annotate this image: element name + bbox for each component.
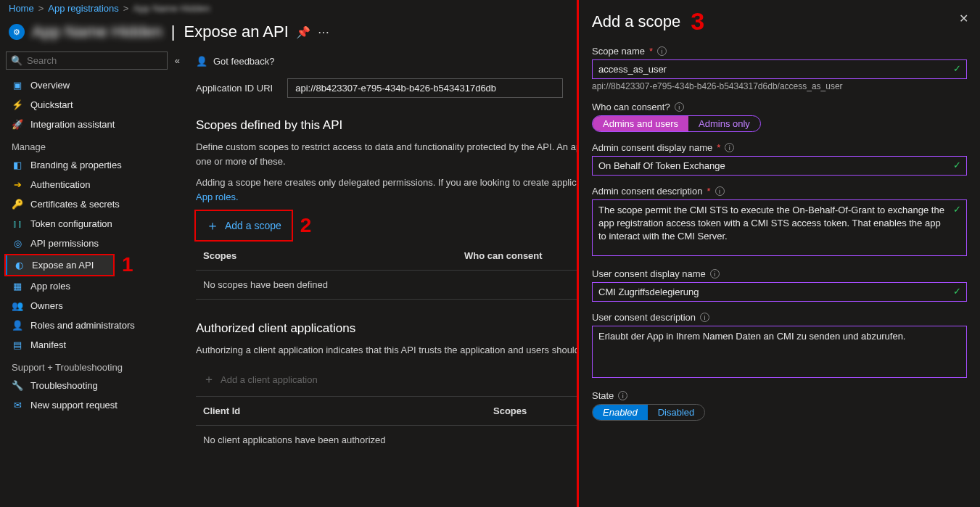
nav-label: Owners <box>30 300 63 311</box>
search-box[interactable]: 🔍 <box>6 51 168 70</box>
search-input[interactable] <box>27 55 162 66</box>
state-enabled[interactable]: Enabled <box>593 405 648 420</box>
user-dn-input[interactable] <box>592 282 967 302</box>
info-icon[interactable]: i <box>618 391 627 400</box>
panel-title: Add a scope <box>592 12 680 31</box>
plus-icon: ＋ <box>203 372 215 387</box>
breadcrumb-current: App Name Hidden <box>133 3 210 14</box>
nav-integration[interactable]: 🚀Integration assistant <box>6 115 183 134</box>
nav-quickstart[interactable]: ⚡Quickstart <box>6 95 183 115</box>
admin-desc-input[interactable] <box>592 199 967 256</box>
feedback-link[interactable]: Got feedback? <box>213 56 275 67</box>
info-icon[interactable]: i <box>700 313 709 322</box>
nav-label: Troubleshooting <box>30 380 98 391</box>
info-icon[interactable]: i <box>725 143 734 152</box>
nav-manifest[interactable]: ▤Manifest <box>6 335 183 355</box>
nav-overview[interactable]: ▣Overview <box>6 75 183 95</box>
scope-name-input[interactable] <box>592 59 967 79</box>
roles-icon: 👤 <box>12 320 23 331</box>
who-admins-users[interactable]: Admins and users <box>593 116 688 131</box>
user-desc-input[interactable] <box>592 326 967 378</box>
nav-approles[interactable]: ▦App roles <box>6 276 183 296</box>
wrench-icon: 🔧 <box>12 380 23 391</box>
col-clientid: Client Id <box>203 405 493 416</box>
nav-apiperm[interactable]: ◎API permissions <box>6 234 183 253</box>
nav-label: Branding & properties <box>30 160 122 170</box>
nav-expose-api[interactable]: ◐Expose an API <box>6 255 113 275</box>
col-scopes: Scopes <box>203 250 464 261</box>
scope-uri-hint: api://8b423307-e795-434b-b426-b5434317d6… <box>592 81 967 91</box>
add-scope-panel: Add a scope 3 ✕ Scope name*i ✓ api://8b4… <box>577 0 980 507</box>
header-divider: | <box>171 22 176 41</box>
nav-section-manage: Manage <box>6 134 183 155</box>
token-icon: ⫿⫿ <box>12 218 23 229</box>
approles-icon: ▦ <box>12 281 23 292</box>
auth-icon: ➔ <box>12 179 23 190</box>
nav-newreq[interactable]: ✉New support request <box>6 395 183 415</box>
nav-label: Overview <box>30 80 70 91</box>
support-icon: ✉ <box>12 400 23 411</box>
state-disabled[interactable]: Disabled <box>648 405 705 420</box>
annotation-2: 2 <box>300 214 312 237</box>
nav-label: Token configuration <box>30 218 112 229</box>
nav-label: App roles <box>30 281 70 292</box>
collapse-sidebar-icon[interactable]: « <box>172 54 183 67</box>
breadcrumb-appreg[interactable]: App registrations <box>48 3 119 14</box>
user-dn-label: User consent display name <box>592 268 706 279</box>
plus-icon: ＋ <box>206 217 219 234</box>
key-icon: 🔑 <box>12 199 23 210</box>
admin-desc-label: Admin consent description <box>592 186 702 197</box>
add-scope-label: Add a scope <box>225 220 281 231</box>
info-icon[interactable]: i <box>657 46 667 56</box>
more-icon[interactable]: ⋯ <box>318 25 329 39</box>
branding-icon: ◧ <box>12 160 23 170</box>
feedback-icon: 👤 <box>196 56 207 67</box>
add-client-label: Add a client application <box>221 374 318 385</box>
nav-label: Manifest <box>30 339 66 350</box>
admin-dn-label: Admin consent display name <box>592 142 712 153</box>
nav-tokencfg[interactable]: ⫿⫿Token configuration <box>6 214 183 234</box>
nav-certs[interactable]: 🔑Certificates & secrets <box>6 194 183 214</box>
page-title: Expose an API <box>184 22 289 41</box>
info-icon[interactable]: i <box>710 269 720 279</box>
who-admins-only[interactable]: Admins only <box>688 116 760 131</box>
breadcrumb-sep: > <box>38 3 44 14</box>
nav-label: Quickstart <box>30 99 73 110</box>
nav-branding[interactable]: ◧Branding & properties <box>6 155 183 175</box>
app-icon: ⚙ <box>9 24 25 40</box>
user-desc-label: User consent description <box>592 312 696 323</box>
nav-owners[interactable]: 👥Owners <box>6 296 183 316</box>
nav-label: Expose an API <box>32 260 94 271</box>
add-scope-button[interactable]: ＋ Add a scope <box>196 211 292 240</box>
breadcrumb-sep: > <box>123 3 129 14</box>
search-icon: 🔍 <box>11 55 22 66</box>
state-label: State <box>592 390 614 401</box>
app-name: App Name Hidden <box>32 22 162 41</box>
nav-trouble[interactable]: 🔧Troubleshooting <box>6 376 183 395</box>
appid-uri-label: Application ID URI <box>196 83 273 94</box>
overview-icon: ▣ <box>12 80 23 91</box>
info-icon[interactable]: i <box>715 186 725 196</box>
scope-name-label: Scope name <box>592 46 645 57</box>
state-toggle[interactable]: Enabled Disabled <box>592 404 705 421</box>
admin-dn-input[interactable] <box>592 156 967 176</box>
owners-icon: 👥 <box>12 300 23 311</box>
breadcrumb-home[interactable]: Home <box>9 3 34 14</box>
nav-label: Roles and administrators <box>30 320 135 331</box>
nav-rolesadmin[interactable]: 👤Roles and administrators <box>6 316 183 335</box>
sidebar: 🔍 « ▣Overview ⚡Quickstart 🚀Integration a… <box>0 51 189 507</box>
info-icon[interactable]: i <box>675 102 684 112</box>
quickstart-icon: ⚡ <box>12 99 23 110</box>
manifest-icon: ▤ <box>12 339 23 350</box>
appid-uri-value[interactable]: api://8b423307-e795-434b-b426-b5434317d6… <box>287 78 563 98</box>
rocket-icon: 🚀 <box>12 119 23 130</box>
close-icon[interactable]: ✕ <box>959 12 968 25</box>
nav-auth[interactable]: ➔Authentication <box>6 175 183 194</box>
nav-label: Certificates & secrets <box>30 199 120 210</box>
nav-label: Authentication <box>30 179 90 190</box>
who-consent-toggle[interactable]: Admins and users Admins only <box>592 115 761 132</box>
expose-icon: ◐ <box>13 260 25 271</box>
pin-icon[interactable]: 📌 <box>296 25 310 39</box>
nav-label: API permissions <box>30 238 99 249</box>
who-consent-label: Who can consent? <box>592 102 670 112</box>
